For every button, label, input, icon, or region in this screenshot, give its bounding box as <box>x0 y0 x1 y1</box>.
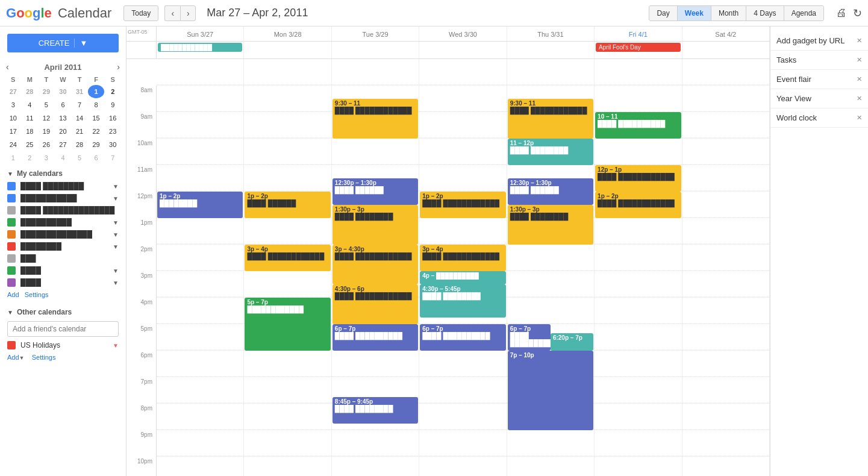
event-tue-4[interactable]: 4:30p – 6p████ ████████████ <box>333 284 418 324</box>
world-clock-close[interactable]: ✕ <box>857 114 862 122</box>
event-tue-2[interactable]: 1:30p – 3p████ ████████ <box>333 205 418 245</box>
day-col-sat[interactable] <box>682 59 770 476</box>
mini-cal-cell[interactable]: 6 <box>88 151 105 164</box>
event-wed-2[interactable]: 4p – ██████████ <box>420 271 505 284</box>
mini-cal-cell[interactable]: 27 <box>5 85 22 98</box>
mini-cal-prev[interactable]: ‹ <box>6 62 9 72</box>
right-panel-world-clock[interactable]: World clock ✕ <box>770 108 868 128</box>
cal-dropdown-8[interactable]: ▼ <box>113 280 119 286</box>
tab-agenda[interactable]: Agenda <box>784 6 823 20</box>
mini-cal-cell[interactable]: 4 <box>55 151 72 164</box>
event-thu-2[interactable]: 12:30p – 1:30p████ ██████ <box>508 178 593 205</box>
event-thu-3[interactable]: 1:30p – 3p████ ████████ <box>508 205 593 245</box>
event-thu-4[interactable]: 6p – 7p████ ██████████ <box>508 324 551 351</box>
calendar-item-0[interactable]: ████ ████████▼ <box>0 180 126 192</box>
my-calendars-header[interactable]: ▼ My calendars <box>0 164 126 180</box>
prev-button[interactable]: ‹ <box>164 5 180 21</box>
event-thu-5[interactable]: 6:20p – 7p <box>551 333 593 351</box>
event-fri-0[interactable]: 10 – 11████ ██████████ <box>595 112 681 139</box>
allday-event-fri[interactable]: April Fool's Day <box>596 43 680 52</box>
tasks-close[interactable]: ✕ <box>857 56 862 64</box>
mini-cal-cell[interactable]: 27 <box>55 138 72 151</box>
mini-cal-title[interactable]: April 2011 <box>44 63 81 72</box>
event-tue-5[interactable]: 6p – 7p████ ██████████ <box>333 324 418 351</box>
event-fri-1[interactable]: 12p – 1p████ ████████████ <box>595 165 681 192</box>
other-calendars-header[interactable]: ▼ Other calendars <box>0 303 126 319</box>
tab-day[interactable]: Day <box>649 6 677 20</box>
cal-dropdown-7[interactable]: ▼ <box>113 268 119 274</box>
day-header-sat[interactable]: Sat 4/2 <box>682 27 770 41</box>
tab-month[interactable]: Month <box>711 6 746 20</box>
today-button[interactable]: Today <box>123 5 158 21</box>
day-header-mon[interactable]: Mon 3/28 <box>244 27 331 41</box>
calendar-item-8[interactable]: ████▼ <box>0 277 126 289</box>
day-col-thu[interactable]: 9:30 – 11████ ████████████11 – 12p████ █… <box>507 59 595 476</box>
event-flair-close[interactable]: ✕ <box>857 75 862 83</box>
right-panel-add-gadget[interactable]: Add gadget by URL ✕ <box>770 31 868 51</box>
day-header-wed[interactable]: Wed 3/30 <box>419 27 507 41</box>
event-thu-6[interactable]: 7p – 10p <box>508 351 593 430</box>
mini-cal-cell[interactable]: 4 <box>22 98 39 111</box>
event-sun-0[interactable]: 1p – 2p████████ <box>157 192 243 218</box>
day-col-sun[interactable]: 1p – 2p████████ <box>157 59 244 476</box>
mini-cal-cell[interactable]: 5 <box>71 151 88 164</box>
my-cal-add-link[interactable]: Add <box>7 291 19 298</box>
mini-cal-cell[interactable]: 28 <box>71 138 88 151</box>
calendar-item-7[interactable]: ████▼ <box>0 265 126 277</box>
right-panel-year-view[interactable]: Year View ✕ <box>770 89 868 108</box>
add-dropdown[interactable]: ▼ <box>19 355 25 361</box>
cal-dropdown-3[interactable]: ▼ <box>113 219 119 226</box>
mini-cal-cell[interactable]: 24 <box>5 138 22 151</box>
mini-cal-cell[interactable]: 21 <box>71 125 88 138</box>
mini-cal-cell[interactable]: 25 <box>22 138 39 151</box>
mini-cal-cell[interactable]: 2 <box>22 151 39 164</box>
create-button[interactable]: CREATE ▼ <box>7 34 119 52</box>
mini-cal-cell[interactable]: 3 <box>38 151 55 164</box>
mini-cal-cell[interactable]: 13 <box>55 111 72 125</box>
add-friend-input[interactable] <box>7 321 119 337</box>
mini-cal-cell[interactable]: 6 <box>55 98 72 111</box>
day-header-sun[interactable]: Sun 3/27 <box>157 27 244 41</box>
add-gadget-close[interactable]: ✕ <box>857 37 862 45</box>
allday-event-sun[interactable]: ████████████ <box>158 43 242 52</box>
mini-cal-cell[interactable]: 7 <box>104 151 121 164</box>
mini-cal-cell[interactable]: 11 <box>22 111 39 125</box>
mini-cal-cell[interactable]: 12 <box>38 111 55 125</box>
event-wed-0[interactable]: 1p – 2p████ ████████████ <box>420 192 505 218</box>
mini-cal-cell[interactable]: 20 <box>55 125 72 138</box>
other-cal-add-link[interactable]: Add <box>7 354 19 361</box>
mini-cal-cell[interactable]: 19 <box>38 125 55 138</box>
event-thu-1[interactable]: 11 – 12p████ ████████ <box>508 139 593 165</box>
cal-dropdown-0[interactable]: ▼ <box>113 183 119 190</box>
mini-cal-next[interactable]: › <box>117 62 120 72</box>
tab-week[interactable]: Week <box>678 6 711 20</box>
mini-cal-cell[interactable]: 15 <box>88 111 105 125</box>
calendar-item-6[interactable]: ███ <box>0 252 126 265</box>
mini-cal-cell[interactable]: 16 <box>104 111 121 125</box>
mini-cal-cell[interactable]: 7 <box>71 98 88 111</box>
calendar-item-us-holidays[interactable]: US Holidays ▼ <box>0 339 126 351</box>
mini-cal-cell[interactable]: 28 <box>22 85 39 98</box>
mini-cal-cell[interactable]: 22 <box>88 125 105 138</box>
mini-cal-cell[interactable]: 31 <box>71 85 88 98</box>
mini-cal-cell[interactable]: 29 <box>88 138 105 151</box>
event-mon-1[interactable]: 3p – 4p████ ████████████ <box>245 245 330 271</box>
mini-cal-cell[interactable]: 29 <box>38 85 55 98</box>
mini-cal-cell[interactable]: 14 <box>71 111 88 125</box>
mini-cal-cell[interactable]: 30 <box>55 85 72 98</box>
refresh-icon[interactable]: ↻ <box>853 7 862 20</box>
day-header-tue[interactable]: Tue 3/29 <box>332 27 419 41</box>
calendar-item-1[interactable]: ███████████▼ <box>0 192 126 204</box>
other-cal-settings-link[interactable]: Settings <box>32 354 56 361</box>
mini-cal-cell[interactable]: 8 <box>88 98 105 111</box>
cal-dropdown-4[interactable]: ▼ <box>113 231 119 238</box>
mini-cal-cell[interactable]: 2 <box>104 85 121 98</box>
mini-cal-cell[interactable]: 23 <box>104 125 121 138</box>
mini-cal-cell[interactable]: 30 <box>104 138 121 151</box>
event-tue-0[interactable]: 9:30 – 11████ ████████████ <box>333 99 418 139</box>
event-thu-0[interactable]: 9:30 – 11████ ████████████ <box>508 99 593 139</box>
calendar-item-5[interactable]: ████████▼ <box>0 240 126 252</box>
mini-cal-cell[interactable]: 1 <box>5 151 22 164</box>
cal-dropdown-5[interactable]: ▼ <box>113 243 119 250</box>
mini-cal-cell[interactable]: 3 <box>5 98 22 111</box>
